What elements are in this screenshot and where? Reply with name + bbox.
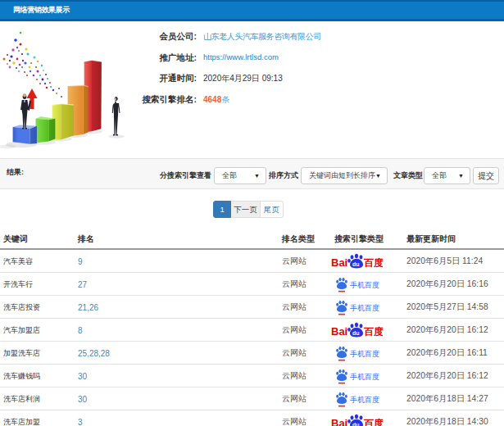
svg-text:百度: 百度 [363, 326, 383, 338]
svg-text:du: du [352, 422, 360, 426]
svg-text:手机百度: 手机百度 [350, 396, 379, 404]
svg-text:Bai: Bai [331, 325, 347, 338]
svg-text:du: du [352, 330, 360, 336]
svg-text:手机百度: 手机百度 [350, 373, 379, 381]
svg-text:du: du [352, 262, 360, 268]
svg-text:Bai: Bai [331, 417, 347, 426]
svg-text:Bai: Bai [331, 256, 347, 269]
svg-text:手机百度: 手机百度 [350, 304, 379, 312]
svg-text:百度: 百度 [363, 418, 383, 426]
svg-text:百度: 百度 [363, 257, 383, 269]
svg-text:手机百度: 手机百度 [350, 350, 379, 358]
svg-text:手机百度: 手机百度 [350, 281, 379, 289]
